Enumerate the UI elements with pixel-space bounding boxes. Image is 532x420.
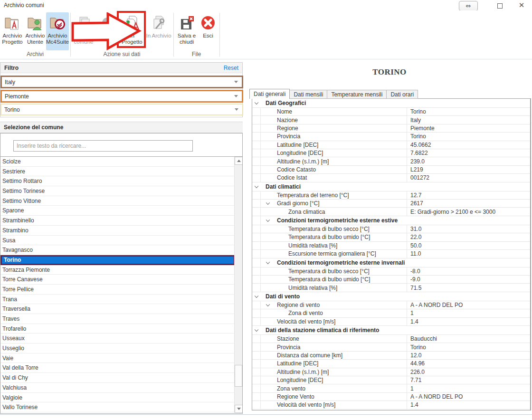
salva-e-chiudi-button[interactable]: Salva e chiudi: [175, 12, 198, 50]
list-item[interactable]: Vaie: [0, 353, 235, 363]
chevron-down-icon[interactable]: [266, 218, 270, 221]
list-scrollbar[interactable]: [234, 157, 242, 413]
grid-row-value[interactable]: 7.6822: [407, 149, 530, 157]
grid-row-value[interactable]: 001272: [407, 174, 530, 181]
grid-row-value[interactable]: 50.0: [407, 242, 530, 249]
chevron-down-icon[interactable]: [255, 184, 258, 188]
chevron-down-icon[interactable]: [266, 201, 270, 205]
grid-row-value[interactable]: 22.0: [407, 233, 530, 241]
list-item[interactable]: Torrazza Piemonte: [0, 265, 235, 275]
list-item[interactable]: Torino: [0, 255, 235, 265]
nuovo-comune-button[interactable]: Nuovo comune: [72, 12, 95, 50]
list-item[interactable]: Sestriere: [0, 167, 235, 177]
tab-dati-mensili[interactable]: Dati mensili: [290, 90, 327, 99]
list-item[interactable]: Strambinello: [0, 216, 235, 226]
scroll-thumb[interactable]: [235, 365, 242, 387]
ribbon-group-archivi-label: Archivi: [0, 51, 70, 57]
list-item[interactable]: Tavagnasco: [0, 245, 235, 255]
list-item[interactable]: Settimo Torinese: [0, 186, 235, 196]
list-item[interactable]: Vallo Torinese: [0, 402, 235, 412]
grid-row-value[interactable]: 44.96: [407, 360, 530, 367]
grid-row-value[interactable]: Torino: [407, 133, 530, 140]
grid-row-value[interactable]: Bauducchi: [407, 335, 530, 343]
archivio-utente-button[interactable]: Archivio Utente: [24, 12, 47, 50]
grid-row-value[interactable]: 11.0: [407, 250, 530, 258]
search-input[interactable]: [13, 140, 193, 152]
archivio-progetto-button[interactable]: Archivio Progetto: [1, 12, 24, 50]
chevron-down-icon[interactable]: [255, 294, 258, 297]
grid-row-value[interactable]: 1: [407, 309, 530, 317]
resize-button[interactable]: ⇔: [459, 1, 478, 11]
grid-row-label: Regione: [277, 125, 298, 132]
list-item[interactable]: Sciolze: [0, 157, 235, 167]
grid-row-value[interactable]: E: Gradi-giorno > 2100 e <= 3000: [407, 208, 530, 215]
grid-row-value[interactable]: 1: [407, 384, 530, 392]
grid-row-value[interactable]: 71.5: [407, 284, 530, 291]
chevron-down-icon[interactable]: [255, 101, 258, 105]
grid-row: Zona vento1: [252, 384, 530, 392]
grid-row-value[interactable]: 31.0: [407, 225, 530, 233]
grid-row-label: Velocità del vento [m/s]: [277, 318, 335, 325]
list-item[interactable]: Valgioie: [0, 393, 235, 403]
list-item[interactable]: Sparone: [0, 206, 235, 216]
grid-row-value[interactable]: 1.4: [407, 401, 530, 409]
list-item[interactable]: Settimo Rottaro: [0, 176, 235, 186]
grid-row-value[interactable]: L219: [407, 166, 530, 173]
maximize-button[interactable]: [495, 2, 504, 10]
chevron-down-icon[interactable]: [255, 327, 258, 331]
list-item[interactable]: Usseglio: [0, 344, 235, 353]
grid-row-value[interactable]: 7.71: [407, 376, 530, 384]
grid-row-value[interactable]: A - A NORD DEL PO: [407, 393, 530, 401]
elimina-button[interactable]: Elimina: [96, 12, 119, 50]
grid-row-value[interactable]: -9.0: [407, 276, 530, 283]
grid-row-value[interactable]: 12.0: [407, 352, 530, 359]
grid-row-value[interactable]: 239.0: [407, 157, 530, 165]
list-item[interactable]: Trana: [0, 295, 235, 305]
chevron-down-icon[interactable]: [266, 302, 270, 306]
chevron-down-icon[interactable]: [266, 260, 270, 264]
close-button[interactable]: ✕: [516, 0, 527, 10]
comune-dropdown[interactable]: Torino: [0, 104, 243, 115]
list-item[interactable]: Valchiusa: [0, 383, 235, 393]
grid-row-value[interactable]: A - A NORD DEL PO: [407, 301, 530, 309]
grid-row: Escursione termica giornaliera [°C]11.0: [252, 250, 530, 258]
list-item[interactable]: Strambino: [0, 226, 235, 236]
grid-row-value[interactable]: -8.0: [407, 267, 530, 275]
grid-row-value[interactable]: Torino: [407, 108, 530, 115]
tab-temperature-mensili[interactable]: Temperature mensili: [327, 90, 387, 99]
region-dropdown[interactable]: Piemonte: [0, 90, 243, 103]
grid-row-value[interactable]: 45.0662: [407, 141, 530, 149]
esci-button[interactable]: Esci: [199, 12, 218, 50]
grid-row-label: Dati Geografici: [266, 100, 306, 106]
reset-link[interactable]: Reset: [224, 65, 238, 71]
grid-row-value[interactable]: 226.0: [407, 368, 530, 376]
list-item[interactable]: Traves: [0, 314, 235, 324]
grid-row-value[interactable]: Torino: [407, 343, 530, 351]
tab-dati-orari[interactable]: Dati orari: [387, 90, 418, 99]
tab-dati-generali[interactable]: Dati generali: [249, 89, 290, 99]
country-dropdown[interactable]: Italy: [0, 76, 243, 88]
grid-row-value[interactable]: Italy: [407, 116, 530, 124]
in-progetto-button[interactable]: In Progetto: [120, 12, 144, 50]
grid-row-label: Umidità relativa [%]: [288, 242, 337, 249]
archivio-mc4suite-button[interactable]: Archivio Mc4Suite: [46, 12, 69, 50]
grid-row-label: Temperatura di bulbo secco [°C]: [288, 226, 370, 232]
grid-row-value[interactable]: 12.7: [407, 191, 530, 199]
list-item[interactable]: Val della Torre: [0, 363, 235, 373]
in-archivio-button[interactable]: In Archivio: [145, 12, 172, 50]
grid-row-value[interactable]: 2617: [407, 200, 530, 207]
titlebar: Archivio comuni ⇔ ✕: [0, 0, 532, 10]
list-item[interactable]: Trofarello: [0, 324, 235, 334]
grid-row-value[interactable]: Piemonte: [407, 124, 530, 132]
list-item[interactable]: Torre Canavese: [0, 275, 235, 285]
list-item[interactable]: Susa: [0, 236, 235, 246]
scroll-down-button[interactable]: [235, 405, 242, 413]
window-title: Archivio comuni: [4, 2, 44, 9]
list-item[interactable]: Val di Chy: [0, 373, 235, 383]
scroll-up-button[interactable]: [235, 157, 242, 165]
list-item[interactable]: Torre Pellice: [0, 285, 235, 295]
list-item[interactable]: Traversella: [0, 304, 235, 314]
grid-row-value[interactable]: 1.4: [407, 318, 530, 325]
list-item[interactable]: Usseaux: [0, 334, 235, 344]
list-item[interactable]: Settimo Vittone: [0, 196, 235, 206]
